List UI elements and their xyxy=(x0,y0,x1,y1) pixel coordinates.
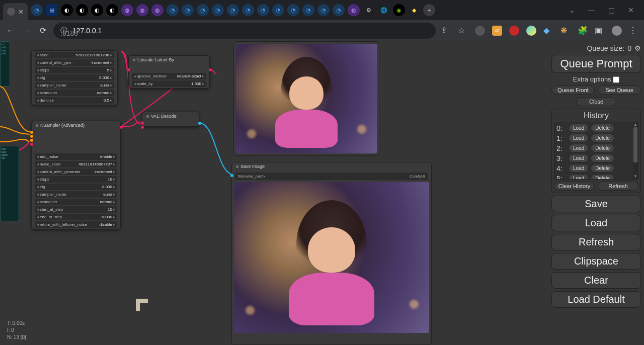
chevron-right-icon[interactable]: ▸ xyxy=(113,207,115,212)
chevron-right-icon[interactable]: ▸ xyxy=(113,215,115,219)
chevron-right-icon[interactable]: ▸ xyxy=(113,192,115,197)
history-delete-button[interactable]: Delete xyxy=(591,124,614,132)
forward-button[interactable]: → xyxy=(21,26,32,35)
history-list[interactable]: 0: Load Delete 1: Load Delete 2: Load De… xyxy=(554,122,638,180)
pinned-tab-icon[interactable]: ◔ xyxy=(287,4,299,16)
reload-button[interactable]: ⟳ xyxy=(37,26,48,35)
extension-icon[interactable] xyxy=(509,26,519,36)
pinned-tab-icon[interactable]: ◔ xyxy=(257,4,269,16)
pinned-tab-icon[interactable]: ◔ xyxy=(272,4,284,16)
node-widget[interactable]: ◂ sampler_name euler ▸ xyxy=(35,82,114,89)
pinned-tab-icon[interactable]: ◍ xyxy=(348,4,360,16)
node-input-port[interactable] xyxy=(30,143,33,146)
history-load-button[interactable]: Load xyxy=(569,164,589,172)
save-button[interactable]: Save xyxy=(551,196,641,212)
node-widget[interactable]: ◂ scheduler normal ▸ xyxy=(35,90,114,96)
node-widget[interactable]: ◂ steps 5 ▸ xyxy=(35,67,114,73)
node-widget[interactable]: ◂ start_at_step 10 ▸ xyxy=(35,206,117,213)
pinned-tab-icon[interactable]: ◍ xyxy=(151,4,164,16)
share-icon[interactable]: ⇪ xyxy=(441,26,451,36)
close-button[interactable]: Close xyxy=(576,97,616,106)
settings-gear-icon[interactable]: ⚙ xyxy=(634,44,641,52)
node-output-port[interactable] xyxy=(198,122,201,125)
pinned-tab-icon[interactable]: ◔ xyxy=(212,4,224,16)
vae-decode-node[interactable]: VAE Decode xyxy=(142,112,199,127)
extension-icon[interactable]: ❋ xyxy=(560,26,571,36)
pinned-tab-icon[interactable]: ◍ xyxy=(121,4,133,16)
pinned-tab-icon[interactable]: ◔ xyxy=(227,4,239,16)
node-widget[interactable]: ◂ scale_by 1.500 ▸ xyxy=(132,80,206,87)
extensions-icon[interactable]: 🧩 xyxy=(578,26,588,36)
node-widget[interactable]: ◂ cfg 5.000 ▸ xyxy=(35,74,114,81)
github-icon[interactable]: ◐ xyxy=(91,4,103,16)
nvidia-icon[interactable]: ◉ xyxy=(393,4,405,16)
chevron-right-icon[interactable]: ▸ xyxy=(110,60,112,65)
save-image-node[interactable]: Save Image filename_prefix ComfyUI xyxy=(231,162,432,345)
pinned-tab-icon[interactable]: ▤ xyxy=(46,4,58,16)
node-output-port[interactable] xyxy=(209,68,212,71)
chevron-right-icon[interactable]: ▸ xyxy=(113,177,115,182)
node-widget[interactable]: ◂ control_after_generate increment ▸ xyxy=(35,168,117,175)
chevron-right-icon[interactable]: ▸ xyxy=(110,83,112,88)
chevron-right-icon[interactable]: ▸ xyxy=(110,98,112,103)
clear-button[interactable]: Clear xyxy=(551,272,641,289)
node-input-port[interactable] xyxy=(30,131,33,134)
node-widget[interactable]: ◂ upscale_method nearest-exact ▸ xyxy=(132,73,206,79)
node-widget[interactable]: ◂ noise_seed 462118145887707 ▸ xyxy=(35,161,117,167)
node-widget[interactable]: ◂ scheduler normal ▸ xyxy=(35,199,117,205)
pinned-tab-icon[interactable]: ◔ xyxy=(197,4,209,16)
chevron-right-icon[interactable]: ▸ xyxy=(202,81,204,86)
clear-history-button[interactable]: Clear History xyxy=(554,182,595,191)
maximize-icon[interactable]: ▢ xyxy=(608,6,615,14)
node-widget[interactable]: ◂ seed 578122121881706 ▸ xyxy=(35,52,114,58)
url-input[interactable]: ⓘ 127.0.0.1:8188 xyxy=(53,23,436,39)
chevron-right-icon[interactable]: ▸ xyxy=(110,68,112,72)
upscale-latent-node[interactable]: Upscale Latent By ◂ upscale_method neare… xyxy=(128,55,210,89)
pinned-tab-icon[interactable]: ◔ xyxy=(333,4,345,16)
profile-avatar[interactable] xyxy=(612,26,622,36)
pinned-tab-icon[interactable]: ◔ xyxy=(182,4,194,16)
ksampler-advanced-node[interactable]: KSampler (Advanced) ◂ add_noise enable ▸… xyxy=(31,121,121,229)
minimize-icon[interactable]: — xyxy=(588,6,595,14)
new-tab-button[interactable]: + xyxy=(423,4,435,16)
back-button[interactable]: ← xyxy=(5,26,16,35)
pinned-tab-icon[interactable]: ◔ xyxy=(31,4,43,16)
chevron-right-icon[interactable]: ▸ xyxy=(110,75,112,80)
history-load-button[interactable]: Load xyxy=(569,174,589,180)
chevron-right-icon[interactable]: ▸ xyxy=(202,74,204,78)
scroll-up-icon[interactable]: ▲ xyxy=(633,122,638,127)
load-default-button[interactable]: Load Default xyxy=(551,291,641,308)
bookmark-icon[interactable]: ☆ xyxy=(458,26,468,36)
text-node-edge[interactable]: txtsoftimgraw xyxy=(0,41,10,87)
tab-close-icon[interactable]: ✕ xyxy=(18,8,24,16)
pinned-tab-icon[interactable]: ◔ xyxy=(242,4,254,16)
chevron-right-icon[interactable]: ▸ xyxy=(113,154,115,159)
extension-icon[interactable]: ◆ xyxy=(543,26,553,36)
scroll-down-icon[interactable]: ▼ xyxy=(633,174,638,179)
see-queue-button[interactable]: See Queue xyxy=(598,85,641,95)
ksampler-node[interactable]: ◂ seed 578122121881706 ▸ ◂ control_after… xyxy=(31,50,118,105)
github-icon[interactable]: ◐ xyxy=(76,4,88,16)
node-widget[interactable]: ◂ denoise 0.5 ▸ xyxy=(35,97,114,104)
scroll-thumb[interactable] xyxy=(633,127,637,162)
history-load-button[interactable]: Load xyxy=(569,144,589,152)
pinned-tab-icon[interactable]: ◔ xyxy=(302,4,314,16)
filename-prefix-field[interactable]: filename_prefix ComfyUI xyxy=(235,172,428,180)
text-node-edge[interactable]: hairlaceglitchset xyxy=(0,146,19,221)
queue-front-button[interactable]: Queue Front xyxy=(551,85,595,95)
node-input-port[interactable] xyxy=(30,139,33,142)
history-delete-button[interactable]: Delete xyxy=(591,134,614,142)
history-load-button[interactable]: Load xyxy=(569,154,589,162)
node-output-port[interactable] xyxy=(120,126,123,129)
node-input-port[interactable] xyxy=(127,68,130,71)
node-widget[interactable]: ◂ return_with_leftover_noise disable ▸ xyxy=(35,221,117,228)
refresh-history-button[interactable]: Refresh xyxy=(598,182,638,191)
pinned-tab-icon[interactable]: ◔ xyxy=(167,4,179,16)
chevron-right-icon[interactable]: ▸ xyxy=(113,222,115,227)
node-input-port[interactable] xyxy=(30,135,33,138)
globe-icon[interactable]: 🌐 xyxy=(378,4,390,16)
github-icon[interactable]: ◐ xyxy=(106,4,118,16)
history-delete-button[interactable]: Delete xyxy=(591,164,614,172)
history-delete-button[interactable]: Delete xyxy=(591,174,614,180)
node-widget[interactable]: ◂ add_noise enable ▸ xyxy=(35,153,117,160)
